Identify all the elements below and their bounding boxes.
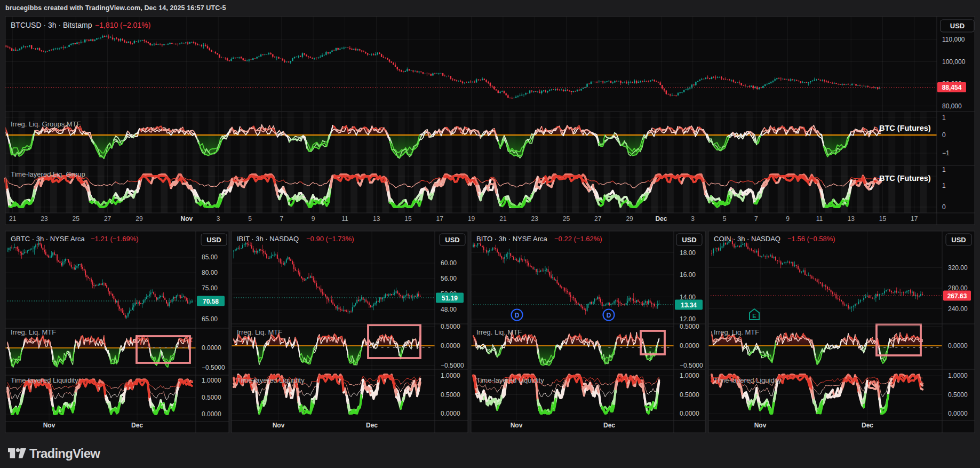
svg-text:21: 21 bbox=[499, 215, 507, 223]
svg-text:88,454: 88,454 bbox=[942, 84, 962, 91]
svg-text:7: 7 bbox=[280, 215, 283, 223]
svg-text:IBIT · 3h · NASDAQ: IBIT · 3h · NASDAQ bbox=[237, 235, 299, 243]
svg-text:240.00: 240.00 bbox=[948, 305, 968, 313]
svg-text:0.0000: 0.0000 bbox=[680, 342, 699, 350]
svg-text:60.00: 60.00 bbox=[441, 259, 457, 267]
svg-text:0.5000: 0.5000 bbox=[680, 391, 699, 399]
svg-text:Dec: Dec bbox=[131, 422, 143, 429]
svg-text:USD: USD bbox=[950, 22, 965, 30]
svg-text:9: 9 bbox=[312, 215, 315, 223]
svg-text:Nov: Nov bbox=[43, 422, 55, 429]
svg-text:48.00: 48.00 bbox=[441, 306, 457, 313]
svg-text:Irreg. Liq. MTF: Irreg. Liq. MTF bbox=[714, 328, 759, 336]
svg-text:−1: −1 bbox=[942, 149, 950, 157]
svg-text:USD: USD bbox=[682, 236, 696, 244]
svg-text:Irreg. Liq. MTF: Irreg. Liq. MTF bbox=[476, 328, 522, 336]
svg-text:21: 21 bbox=[9, 215, 17, 223]
svg-text:0.5000: 0.5000 bbox=[441, 323, 460, 330]
svg-text:80.00: 80.00 bbox=[202, 269, 218, 276]
svg-text:5: 5 bbox=[248, 215, 252, 223]
svg-text:7: 7 bbox=[754, 215, 758, 223]
svg-text:1.0000: 1.0000 bbox=[680, 372, 699, 379]
svg-text:17: 17 bbox=[911, 215, 918, 223]
svg-text:1.0000: 1.0000 bbox=[441, 372, 460, 379]
svg-text:−1.21 (−1.69%): −1.21 (−1.69%) bbox=[91, 235, 139, 243]
svg-text:Nov: Nov bbox=[181, 215, 193, 223]
svg-text:19: 19 bbox=[468, 215, 475, 223]
svg-text:0.0000: 0.0000 bbox=[202, 344, 221, 352]
svg-text:Irreg. Liq. MTF: Irreg. Liq. MTF bbox=[11, 328, 56, 336]
svg-text:BITO · 3h · NYSE Arca: BITO · 3h · NYSE Arca bbox=[476, 235, 547, 243]
svg-text:25: 25 bbox=[73, 215, 80, 223]
svg-text:Time-layered Liquidity: Time-layered Liquidity bbox=[237, 376, 305, 384]
svg-text:1.0000: 1.0000 bbox=[948, 372, 968, 379]
svg-text:0.0000: 0.0000 bbox=[680, 410, 699, 417]
svg-text:D: D bbox=[515, 312, 520, 319]
svg-text:BTCUSD · 3h · Bitstamp: BTCUSD · 3h · Bitstamp bbox=[11, 21, 92, 29]
svg-text:USD: USD bbox=[445, 236, 459, 244]
svg-text:65.00: 65.00 bbox=[202, 315, 218, 323]
svg-text:1: 1 bbox=[942, 182, 946, 189]
svg-text:13.34: 13.34 bbox=[681, 302, 697, 309]
svg-text:BTC (Futures): BTC (Futures) bbox=[879, 174, 931, 183]
svg-text:Time-layered Liquidity: Time-layered Liquidity bbox=[476, 376, 544, 384]
svg-text:E: E bbox=[752, 313, 756, 319]
svg-text:27: 27 bbox=[104, 215, 111, 223]
svg-text:15: 15 bbox=[404, 215, 412, 223]
svg-text:11: 11 bbox=[341, 215, 348, 223]
svg-text:TradingView: TradingView bbox=[29, 446, 100, 461]
svg-text:9: 9 bbox=[786, 215, 790, 223]
svg-text:Nov: Nov bbox=[511, 422, 523, 429]
svg-text:12.00: 12.00 bbox=[680, 315, 696, 323]
svg-text:1: 1 bbox=[942, 114, 946, 121]
svg-text:0.0000: 0.0000 bbox=[202, 410, 221, 418]
svg-text:0.0000: 0.0000 bbox=[441, 342, 460, 350]
svg-text:−0.22 (−1.62%): −0.22 (−1.62%) bbox=[554, 235, 602, 243]
svg-text:Time-layered Liq. Group: Time-layered Liq. Group bbox=[11, 170, 85, 178]
svg-text:70.58: 70.58 bbox=[203, 298, 219, 305]
svg-text:0.5000: 0.5000 bbox=[441, 391, 460, 399]
svg-text:5: 5 bbox=[723, 215, 727, 223]
svg-text:27: 27 bbox=[594, 215, 602, 223]
svg-text:Nov: Nov bbox=[273, 422, 285, 429]
svg-text:0.0000: 0.0000 bbox=[441, 410, 460, 417]
svg-text:GBTC · 3h · NYSE Arca: GBTC · 3h · NYSE Arca bbox=[11, 235, 85, 243]
svg-text:Dec: Dec bbox=[655, 215, 667, 223]
svg-text:D: D bbox=[607, 312, 611, 319]
svg-text:0: 0 bbox=[942, 203, 946, 211]
svg-text:29: 29 bbox=[136, 215, 143, 223]
svg-text:320.00: 320.00 bbox=[948, 264, 968, 272]
svg-text:100,000: 100,000 bbox=[942, 58, 966, 66]
svg-text:BTC (Futures): BTC (Futures) bbox=[879, 124, 931, 132]
svg-text:11: 11 bbox=[816, 215, 823, 223]
svg-text:−1,810 (−2.01%): −1,810 (−2.01%) bbox=[95, 21, 150, 29]
svg-text:15: 15 bbox=[879, 215, 887, 223]
svg-text:85.00: 85.00 bbox=[202, 253, 218, 261]
svg-text:Irreg. Liq. MTF: Irreg. Liq. MTF bbox=[237, 328, 282, 336]
svg-text:USD: USD bbox=[951, 236, 966, 244]
svg-text:0.0000: 0.0000 bbox=[948, 410, 968, 417]
svg-text:14.00: 14.00 bbox=[680, 294, 696, 301]
svg-text:−0.5000: −0.5000 bbox=[680, 362, 703, 369]
svg-text:75.00: 75.00 bbox=[202, 284, 218, 292]
svg-text:Time-layered Liquidity: Time-layered Liquidity bbox=[714, 376, 782, 384]
svg-text:−0.90 (−1.73%): −0.90 (−1.73%) bbox=[306, 235, 354, 243]
svg-text:Dec: Dec bbox=[862, 422, 873, 429]
svg-text:−1.56 (−0.58%): −1.56 (−0.58%) bbox=[787, 235, 835, 243]
svg-text:80,000: 80,000 bbox=[942, 102, 962, 110]
svg-text:1: 1 bbox=[942, 166, 946, 173]
svg-text:Time-layered Liquidity: Time-layered Liquidity bbox=[11, 376, 78, 384]
svg-text:Dec: Dec bbox=[366, 422, 378, 429]
svg-text:0.5000: 0.5000 bbox=[680, 323, 699, 330]
svg-text:29: 29 bbox=[626, 215, 633, 223]
svg-text:0.5000: 0.5000 bbox=[202, 394, 221, 401]
svg-text:−0.5000: −0.5000 bbox=[202, 364, 225, 371]
svg-text:267.63: 267.63 bbox=[947, 292, 967, 300]
svg-text:Nov: Nov bbox=[754, 422, 767, 429]
svg-text:Dec: Dec bbox=[603, 422, 615, 429]
svg-text:25: 25 bbox=[563, 215, 570, 223]
svg-text:USD: USD bbox=[206, 236, 221, 244]
svg-text:1.0000: 1.0000 bbox=[202, 377, 221, 384]
svg-text:COIN · 3h · NASDAQ: COIN · 3h · NASDAQ bbox=[714, 235, 780, 243]
svg-text:23: 23 bbox=[41, 215, 48, 223]
